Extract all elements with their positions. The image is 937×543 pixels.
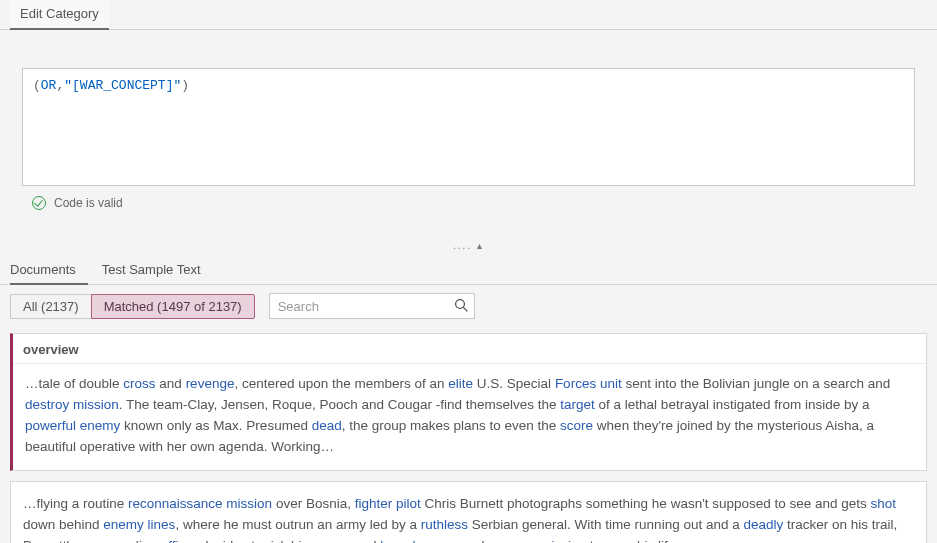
snippet-text: and <box>156 376 186 391</box>
highlight-term: Forces unit <box>555 376 622 391</box>
snippet-text: down behind <box>23 517 103 532</box>
snippet-text: sent into the Bolivian jungle on a searc… <box>622 376 891 391</box>
token-paren-open: ( <box>33 78 41 93</box>
code-status-text: Code is valid <box>54 196 123 210</box>
snippet-text: , centered upon the members of an <box>234 376 448 391</box>
filter-row: All (2137) Matched (1497 of 2137) <box>0 285 937 327</box>
snippet-text: U.S. Special <box>473 376 555 391</box>
tab-test-sample-text[interactable]: Test Sample Text <box>102 257 213 285</box>
documents-list: overview…tale of double cross and reveng… <box>0 333 937 543</box>
snippet-text: of a lethal betrayal instigated from ins… <box>595 397 870 412</box>
snippet-text: over Bosnia, <box>272 496 355 511</box>
check-circle-icon <box>32 196 46 210</box>
snippet-text: …flying a routine <box>23 496 128 511</box>
highlight-term: powerful enemy <box>25 418 120 433</box>
highlight-term: target <box>560 397 595 412</box>
filter-all-pill[interactable]: All (2137) <box>10 294 91 319</box>
highlight-term: launch <box>380 538 420 543</box>
highlight-term: enemy lines <box>103 517 175 532</box>
snippet-text: Chris Burnett photographs something he w… <box>421 496 871 511</box>
document-card[interactable]: …flying a routine reconnaissance mission… <box>10 481 927 543</box>
snippet-text: …tale of double <box>25 376 123 391</box>
token-keyword: OR <box>41 78 57 93</box>
pane-resize-handle[interactable]: .... ▴ <box>0 238 937 257</box>
search-input[interactable] <box>269 293 475 319</box>
snippet-text: to save his life. <box>586 538 679 543</box>
highlight-term: destroy mission <box>25 397 119 412</box>
snippet-text: a renegade <box>420 538 496 543</box>
code-status: Code is valid <box>22 186 915 214</box>
highlight-term: cross <box>123 376 155 391</box>
snippet-text: Serbian general. With time running out a… <box>468 517 743 532</box>
snippet-text: . The team-Clay, Jensen, Roque, Pooch an… <box>119 397 561 412</box>
highlight-term: officer <box>161 538 198 543</box>
highlight-term: elite <box>448 376 473 391</box>
snippet-text: , the group makes plans to even the <box>342 418 560 433</box>
snippet-text: known only as Max. Presumed <box>120 418 311 433</box>
token-string: "[WAR_CONCEPT]" <box>64 78 181 93</box>
highlight-term: score <box>560 418 593 433</box>
results-tab-bar: Documents Test Sample Text <box>0 257 937 285</box>
highlight-term: deadly <box>743 517 783 532</box>
editor-area: (OR,"[WAR_CONCEPT]") Code is valid <box>0 30 937 224</box>
filter-matched-pill[interactable]: Matched (1497 of 2137) <box>91 294 255 319</box>
top-tab-bar: Edit Category <box>0 0 937 30</box>
snippet-text: decides to risk his career and <box>197 538 380 543</box>
document-card[interactable]: overview…tale of double cross and reveng… <box>10 333 927 471</box>
highlight-term: dead <box>312 418 342 433</box>
search-wrap <box>269 293 475 319</box>
code-editor[interactable]: (OR,"[WAR_CONCEPT]") <box>22 68 915 186</box>
token-paren-close: ) <box>181 78 189 93</box>
highlight-term: reconnaissance mission <box>128 496 272 511</box>
highlight-term: revenge <box>186 376 235 391</box>
document-snippet: …flying a routine reconnaissance mission… <box>11 482 926 543</box>
highlight-term: shot <box>871 496 897 511</box>
snippet-text: , where he must outrun an army led by a <box>175 517 420 532</box>
search-icon[interactable] <box>453 297 469 313</box>
highlight-term: ruthless <box>421 517 468 532</box>
document-snippet: …tale of double cross and revenge, cente… <box>13 364 926 470</box>
highlight-term: rescue mission <box>496 538 586 543</box>
tab-documents[interactable]: Documents <box>10 257 88 285</box>
document-title: overview <box>13 334 926 364</box>
tab-edit-category[interactable]: Edit Category <box>10 0 109 30</box>
svg-line-1 <box>463 307 467 311</box>
highlight-term: fighter pilot <box>355 496 421 511</box>
